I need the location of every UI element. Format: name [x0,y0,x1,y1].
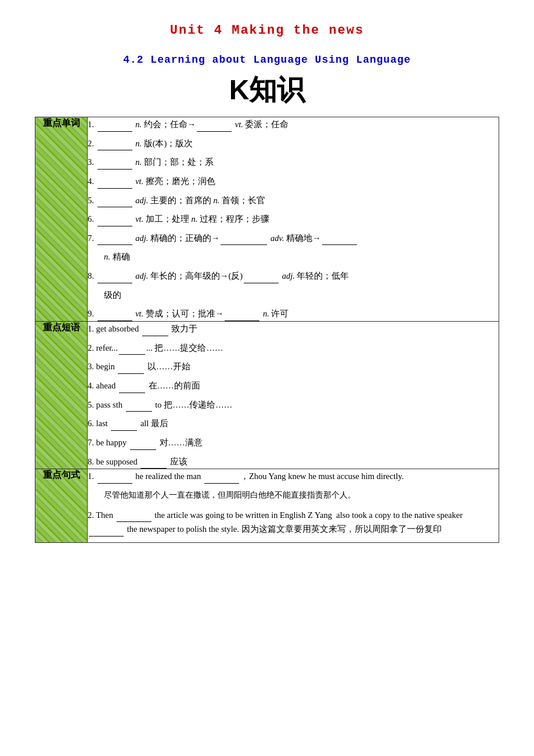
blank-7c [322,244,357,245]
list-item: 5. adj. 主要的；首席的 n. 首领；长官 [88,193,499,208]
text: n. [135,139,142,148]
blank-s1b [204,483,239,484]
main-table: 重点单词 1. n. 约会；任命→ vt. 委派；任命 2. n. 版(本)；版… [35,117,499,543]
sentence-1: 1. he realized the man ，Zhou Yang knew h… [88,469,499,502]
blank-p2 [119,354,145,355]
section-label-dancii: 重点单词 [43,118,80,128]
text: adj. [282,271,295,280]
blank-p8 [140,468,167,469]
page-container: Unit 4 Making the news 4.2 Learning abou… [0,0,534,756]
list-item: 9. vt. 赞成；认可；批准→ n. 许可 [88,307,499,321]
blank-4 [98,188,132,189]
list-item: 7. be happy 对……满意 [88,435,499,450]
text: adj. [135,196,148,205]
left-cell-juzi: 重点句式 [35,469,88,543]
section-row-duanyu: 重点短语 1. get absorbed 致力于 2. refer...... … [35,322,499,469]
list-item: 3. n. 部门；部；处；系 [88,155,499,170]
blank-p3 [118,373,144,374]
blank-p5 [126,411,152,412]
list-item: 1. get absorbed 致力于 [88,322,499,336]
blank-3 [98,169,132,170]
blank-1-2 [197,131,232,132]
text: adv. [270,233,284,243]
blank-s1a [98,483,132,484]
list-item: 4. ahead 在……的前面 [88,379,499,393]
list-item: 4. vt. 擦亮；磨光；润色 [88,174,499,189]
blank-8b [244,283,279,283]
right-cell-duanyu: 1. get absorbed 致力于 2. refer...... 把……提交… [88,322,499,469]
right-cell-dancii: 1. n. 约会；任命→ vt. 委派；任命 2. n. 版(本)；版次 3. … [88,117,499,322]
section-row-dancii: 重点单词 1. n. 约会；任命→ vt. 委派；任命 2. n. 版(本)；版… [35,117,499,322]
list-item: 6. last all 最后 [88,416,499,431]
sentence-cn-1: 尽管他知道那个人一直在撒谎，但周阳明白他绝不能直接指责那个人。 [104,488,499,502]
section-label-juzi: 重点句式 [43,470,80,480]
section-row-juzi: 重点句式 1. he realized the man ，Zhou Yang k… [35,469,499,543]
blank-p1 [142,336,168,336]
text: n. [135,120,142,129]
text: vt. [135,214,143,224]
k-title: K知识 [35,71,499,109]
text: n. [135,157,142,167]
blank-1-1 [98,131,132,132]
list-item: 2. refer...... 把……提交给…… [88,341,499,355]
list-item: 3. begin 以……开始 [88,359,499,374]
text: n. [263,309,269,318]
text: vt. [135,177,143,186]
left-cell-dancii: 重点单词 [35,117,88,322]
blank-p7 [130,449,156,450]
blank-9 [98,321,132,321]
sentence-2: 2. Then the article was going to be writ… [88,508,499,537]
text: n. [104,252,110,261]
blank-9b [225,321,259,321]
list-item: 8. be supposed 应该 [88,455,499,469]
blank-s2a [117,521,151,522]
list-item-extra: 级的 [104,288,499,303]
blank-5 [98,207,132,207]
main-title: Unit 4 Making the news [35,23,499,38]
list-item: 5. pass sth to 把……传递给…… [88,398,499,412]
text: n. [214,196,220,205]
blank-7b [221,244,267,245]
text: vt. [135,309,143,318]
sub-title: 4.2 Learning about Language Using Langua… [35,54,499,66]
list-item: 7. adj. 精确的；正确的→ adv. 精确地→ [88,231,499,246]
list-item: 2. Then the article was going to be writ… [88,508,499,537]
list-item-extra: n. 精确 [104,250,499,264]
blank-p6 [111,430,137,431]
left-cell-duanyu: 重点短语 [35,322,88,469]
list-item: 1. n. 约会；任命→ vt. 委派；任命 [88,117,499,132]
blank-7 [98,244,132,245]
blank-6 [98,226,132,226]
text: n. [191,214,197,224]
list-item: 8. adj. 年长的；高年级的→(反) adj. 年轻的；低年 [88,269,499,283]
list-item: 1. he realized the man ，Zhou Yang knew h… [88,469,499,484]
list-item: 6. vt. 加工；处理 n. 过程；程序；步骤 [88,212,499,226]
text: adj. [135,233,148,243]
text: vt. [235,120,243,129]
right-cell-juzi: 1. he realized the man ，Zhou Yang knew h… [88,469,499,543]
blank-2 [98,150,132,150]
text: adj. [135,271,148,280]
blank-8 [98,283,132,283]
blank-s2b [89,536,124,537]
list-item: 2. n. 版(本)；版次 [88,136,499,151]
blank-p4 [119,393,145,393]
section-label-duanyu: 重点短语 [43,322,80,332]
